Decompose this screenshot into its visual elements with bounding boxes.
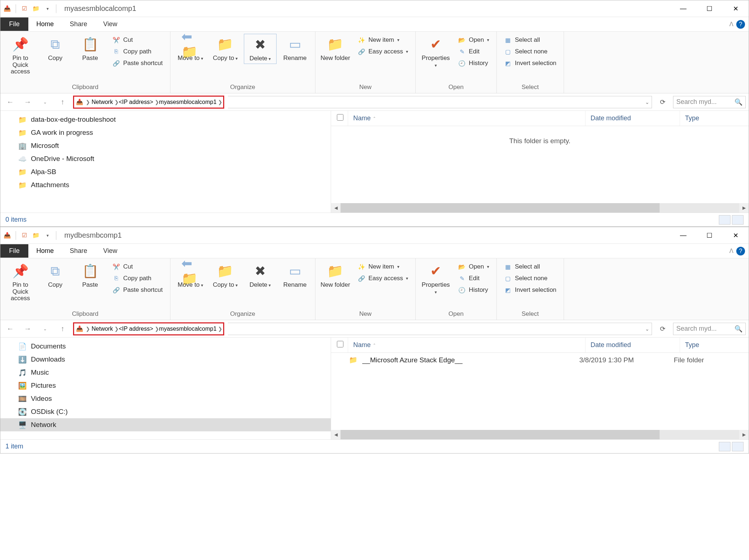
nav-item[interactable]: 🖥️Network — [0, 418, 331, 431]
tab-home[interactable]: Home — [28, 244, 62, 258]
breadcrumb-segment[interactable]: <IP address>❯ — [119, 326, 159, 332]
pin-quick-access-button[interactable]: 📌 Pin to Quick access — [4, 34, 37, 77]
up-button[interactable]: ↑ — [56, 322, 69, 336]
nav-item[interactable]: ☁️OneDrive - Microsoft — [0, 152, 331, 165]
thumbnails-view-button[interactable] — [732, 215, 744, 225]
open-button[interactable]: 📂Open — [456, 261, 491, 272]
details-view-button[interactable] — [719, 442, 730, 451]
forward-button[interactable]: → — [21, 95, 35, 109]
select-none-button[interactable]: ▢Select none — [502, 273, 559, 284]
move-to-button[interactable]: ⬅📁 Move to — [174, 34, 207, 63]
new-item-button[interactable]: ✨New item — [355, 261, 410, 272]
qat-properties-icon[interactable]: ☑ — [20, 4, 29, 13]
tab-share[interactable]: Share — [62, 244, 95, 258]
column-type[interactable]: Type — [680, 111, 749, 126]
breadcrumb-segment[interactable]: <IP address>❯ — [119, 99, 159, 105]
paste-shortcut-button[interactable]: 🔗Paste shortcut — [110, 58, 165, 69]
address-dropdown-icon[interactable]: ⌄ — [645, 99, 649, 105]
details-view-button[interactable] — [719, 215, 730, 225]
copy-button[interactable]: ⧉ Copy — [39, 261, 72, 290]
history-button[interactable]: 🕘History — [456, 285, 491, 295]
qat-folder-icon[interactable]: 📁 — [31, 231, 41, 240]
open-button[interactable]: 📂Open — [456, 35, 491, 45]
nav-item[interactable]: 🏢Microsoft — [0, 139, 331, 152]
maximize-button[interactable]: ☐ — [696, 227, 722, 244]
tab-home[interactable]: Home — [28, 17, 62, 31]
qat-dropdown-icon[interactable]: ▾ — [43, 231, 52, 240]
refresh-button[interactable]: ⟳ — [656, 96, 669, 108]
forward-button[interactable]: → — [21, 322, 35, 336]
column-date[interactable]: Date modified — [585, 111, 680, 126]
copy-path-button[interactable]: ⎘Copy path — [110, 273, 165, 284]
pin-quick-access-button[interactable]: 📌 Pin to Quick access — [4, 261, 37, 303]
recent-dropdown[interactable]: ⌄ — [38, 95, 52, 109]
help-icon[interactable]: ? — [736, 247, 745, 255]
breadcrumb-segment[interactable]: myasesmblocalcomp1❯ — [159, 99, 222, 105]
scroll-right-icon[interactable]: ▶ — [739, 430, 749, 439]
column-name[interactable]: Name⌃ — [348, 338, 585, 352]
paste-button[interactable]: 📋 Paste — [74, 261, 106, 290]
nav-item[interactable]: 📁Attachments — [0, 178, 331, 192]
new-folder-button[interactable]: 📁 New folder — [319, 34, 352, 63]
edit-button[interactable]: ✎Edit — [456, 273, 491, 284]
select-all-checkbox[interactable] — [337, 341, 343, 347]
address-bar[interactable]: ⌄ — [228, 96, 652, 108]
ribbon-collapse-icon[interactable]: ᐱ — [729, 21, 733, 28]
close-button[interactable]: ✕ — [722, 227, 749, 244]
scroll-left-icon[interactable]: ◀ — [331, 430, 341, 439]
address-dropdown-icon[interactable]: ⌄ — [645, 326, 649, 332]
ribbon-collapse-icon[interactable]: ᐱ — [729, 247, 733, 254]
invert-selection-button[interactable]: ◩Invert selection — [502, 58, 559, 69]
horizontal-scrollbar[interactable]: ◀ ▶ — [331, 203, 749, 213]
copy-button[interactable]: ⧉ Copy — [39, 34, 72, 63]
tab-view[interactable]: View — [95, 244, 125, 258]
recent-dropdown[interactable]: ⌄ — [38, 322, 52, 336]
select-none-button[interactable]: ▢Select none — [502, 46, 559, 57]
nav-item[interactable]: 📄Documents — [0, 340, 331, 353]
scroll-left-icon[interactable]: ◀ — [331, 203, 341, 213]
scroll-right-icon[interactable]: ▶ — [739, 203, 749, 213]
delete-button[interactable]: ✖ Delete — [244, 261, 277, 290]
close-button[interactable]: ✕ — [722, 0, 749, 17]
history-button[interactable]: 🕘History — [456, 58, 491, 69]
maximize-button[interactable]: ☐ — [696, 0, 722, 17]
nav-item[interactable]: 💽OSDisk (C:) — [0, 405, 331, 418]
thumbnails-view-button[interactable] — [732, 442, 744, 451]
address-bar[interactable]: ⌄ — [228, 323, 652, 335]
back-button[interactable]: ← — [3, 322, 17, 336]
nav-item[interactable]: ⬇️Downloads — [0, 353, 331, 366]
qat-dropdown-icon[interactable]: ▾ — [43, 4, 52, 13]
nav-item[interactable]: 📁data-box-edge-troubleshoot — [0, 113, 331, 126]
properties-button[interactable]: ✔ Properties — [419, 34, 452, 70]
breadcrumb-segment[interactable]: Network❯ — [92, 326, 119, 332]
refresh-button[interactable]: ⟳ — [656, 323, 669, 335]
copy-to-button[interactable]: 📁 Copy to — [209, 34, 242, 63]
navigation-pane[interactable]: 📄Documents⬇️Downloads🎵Music🖼️Pictures🎞️V… — [0, 338, 331, 439]
up-button[interactable]: ↑ — [56, 95, 69, 109]
tab-view[interactable]: View — [95, 17, 125, 31]
cut-button[interactable]: ✂️Cut — [110, 261, 165, 272]
nav-item[interactable]: 📁GA work in progress — [0, 126, 331, 139]
search-input[interactable]: Search myd... 🔍 — [673, 323, 746, 335]
file-row[interactable]: 📁 __Microsoft Azure Stack Edge__ 3/8/201… — [331, 353, 749, 367]
easy-access-button[interactable]: 🔗Easy access — [355, 46, 410, 57]
minimize-button[interactable]: — — [670, 0, 696, 17]
column-date[interactable]: Date modified — [585, 338, 680, 352]
easy-access-button[interactable]: 🔗Easy access — [355, 273, 410, 284]
new-item-button[interactable]: ✨New item — [355, 35, 410, 45]
edit-button[interactable]: ✎Edit — [456, 46, 491, 57]
invert-selection-button[interactable]: ◩Invert selection — [502, 285, 559, 295]
nav-item[interactable]: 🎵Music — [0, 366, 331, 379]
search-input[interactable]: Search myd... 🔍 — [673, 96, 746, 108]
minimize-button[interactable]: — — [670, 227, 696, 244]
column-type[interactable]: Type — [680, 338, 749, 352]
nav-item[interactable]: 🖼️Pictures — [0, 379, 331, 392]
rename-button[interactable]: ▭ Rename — [279, 34, 311, 63]
select-all-button[interactable]: ▦Select all — [502, 35, 559, 45]
nav-item[interactable]: 🎞️Videos — [0, 392, 331, 405]
select-all-checkbox[interactable] — [337, 114, 343, 121]
move-to-button[interactable]: ⬅📁 Move to — [174, 261, 207, 290]
copy-path-button[interactable]: ⎘Copy path — [110, 46, 165, 57]
breadcrumb-segment[interactable]: Network❯ — [92, 99, 119, 105]
breadcrumb-segment[interactable]: myasesmblocalcomp1❯ — [159, 326, 222, 332]
